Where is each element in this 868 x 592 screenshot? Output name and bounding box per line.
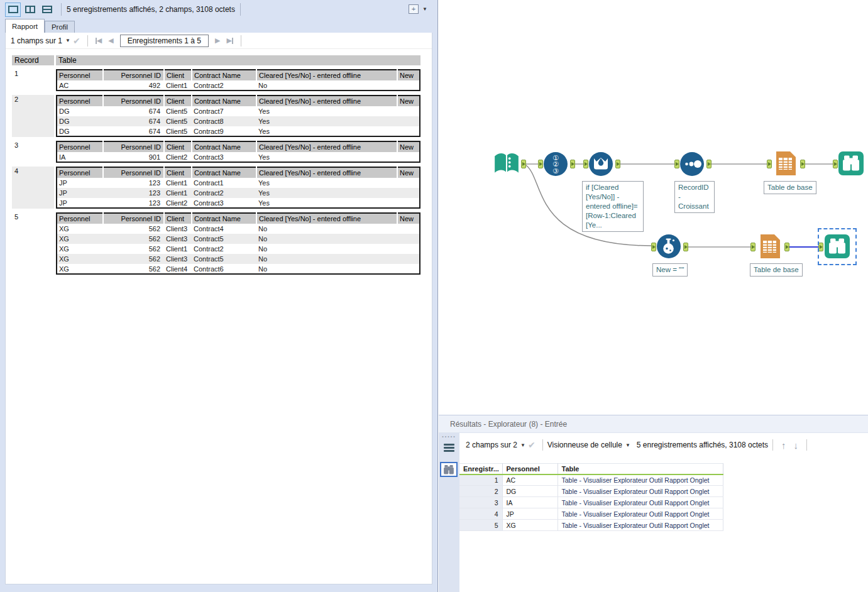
table-cell: DG [502,486,558,497]
table-row[interactable]: 5XGTable - Visualiser Explorateur Outil … [459,520,723,531]
table-cell: Contract4 [192,224,256,234]
column-header: Personnel [57,167,103,178]
table-cell: Client1 [164,178,192,188]
table-cell: AC [502,474,558,486]
table-cell: Yes [256,116,397,126]
table-cell: No [256,254,397,264]
input-anchor[interactable] [583,160,588,168]
formula-tool[interactable] [657,234,681,261]
new-window-button[interactable]: + [409,4,419,14]
input-anchor[interactable] [538,160,543,168]
workflow-canvas[interactable]: ① ② ③ [439,0,868,415]
next-record-button[interactable]: ▶ [215,36,220,45]
table-cell: Contract3 [192,152,256,162]
input-anchor[interactable] [674,160,679,168]
output-anchor[interactable] [521,160,526,168]
layout-horizontal-split-button[interactable] [39,3,55,17]
layout-single-pane-button[interactable] [5,3,21,17]
annotation-sort[interactable]: RecordID - Croissant [674,181,715,213]
report-column-header: Record Table [12,55,432,65]
first-record-button[interactable]: ◀ [96,36,102,45]
input-anchor[interactable] [833,160,838,168]
column-header: Client [164,213,192,224]
arrow-up-icon[interactable]: ↑ [781,440,786,451]
cell-viewer-dropdown[interactable]: Visionneuse de cellule [547,441,622,449]
output-anchor[interactable] [800,160,805,168]
chevron-down-icon[interactable]: ▼ [625,442,630,448]
chevron-down-icon[interactable]: ▼ [422,6,427,12]
multi-row-formula-tool[interactable] [589,152,613,178]
input-anchor[interactable] [767,160,772,168]
connections-layer [439,0,868,415]
report-records: Record Table 1 PersonnelPersonnel IDClie… [6,49,432,275]
table-cell: Client4 [164,264,192,274]
tab-profil[interactable]: Profil [45,21,75,33]
output-anchor[interactable] [683,243,688,251]
table-cell: 674 [103,116,164,126]
apply-check-icon[interactable]: ✔ [528,440,536,450]
annotation-table-top[interactable]: Table de base [764,181,816,194]
results-toolbar: 2 champs sur 2 ▼ ✔ Visionneuse de cellul… [459,433,868,457]
previous-record-button[interactable]: ◀ [108,36,113,45]
table-row[interactable]: 3IATable - Visualiser Explorateur Outil … [459,497,723,508]
records-range-button[interactable]: Enregistrements 1 à 5 [120,35,209,47]
table-row[interactable]: 1ACTable - Visualiser Explorateur Outil … [459,474,723,486]
browse-tool-top[interactable] [838,151,864,178]
annotation-formula[interactable]: New = "" [652,263,688,277]
last-record-button[interactable]: ▶ [227,36,233,45]
table-cell: 674 [103,106,164,116]
book-icon [493,151,520,176]
table-cell: DG [57,106,103,116]
field-selector[interactable]: 1 champs sur 1 [11,36,62,45]
results-body: ••••• 2 champs sur 2 ▼ ✔ Visionneuse [439,433,868,592]
table-cell: JP [57,188,103,198]
output-anchor[interactable] [570,160,575,168]
table-row[interactable]: 4JPTable - Visualiser Explorateur Outil … [459,508,723,520]
table-cell [397,188,420,198]
arrow-down-icon[interactable]: ↓ [794,440,799,451]
column-header: Client [164,141,192,152]
table-cell: Client2 [164,152,192,162]
table-cell: XG [502,520,558,531]
input-anchor[interactable] [651,243,656,251]
record-id-tool[interactable]: ① ② ③ [544,152,568,178]
header-row: PersonnelPersonnel IDClientContract Name… [57,213,420,224]
input-data-tool[interactable] [493,151,520,178]
browse-tool-bottom-selected[interactable] [825,234,850,261]
tab-rapport[interactable]: Rapport [5,19,45,33]
binoculars-icon [442,464,455,475]
chevron-down-icon[interactable]: ▼ [65,38,70,43]
table-cell: Contract5 [192,234,256,244]
record-2: 2 PersonnelPersonnel IDClientContract Na… [12,95,432,137]
connection-list-icon[interactable] [444,444,454,452]
table-cell: Client3 [164,234,192,244]
column-header: Personnel [57,141,103,152]
input-anchor[interactable] [750,243,755,251]
output-anchor[interactable] [615,160,620,168]
record-number: 4 [12,167,54,209]
table-cell: Client1 [164,188,192,198]
browse-anchor-button[interactable] [440,462,458,477]
column-header: New [397,213,420,224]
table-cell: 492 [103,80,164,90]
table-row: XG562Client3Contract4No [57,224,420,234]
output-anchor[interactable] [784,243,789,251]
column-header: Client [164,96,192,106]
layout-vertical-split-button[interactable] [22,3,38,17]
chevron-down-icon[interactable]: ▼ [520,442,525,448]
results-field-selector[interactable]: 2 champs sur 2 [466,441,517,449]
table-row[interactable]: 2DGTable - Visualiser Explorateur Outil … [459,486,723,497]
table-tool-top[interactable] [772,151,798,178]
apply-check-icon[interactable]: ✔ [73,36,80,46]
sort-tool[interactable] [680,152,704,178]
output-anchor[interactable] [706,160,711,168]
table-tool-bottom[interactable] [757,234,782,261]
table-cell [397,178,420,188]
horizontal-split-icon [42,6,52,13]
table-cell: XG [57,264,103,274]
annotation-multi-row-formula[interactable]: if [Cleared [Yes/No]] - entered offline]… [582,181,644,232]
vertical-split-icon [25,6,35,13]
drag-handle-icon[interactable]: ••••• [439,433,459,439]
annotation-table-bottom[interactable]: Table de base [750,263,803,277]
table-cell: Contract5 [192,254,256,264]
